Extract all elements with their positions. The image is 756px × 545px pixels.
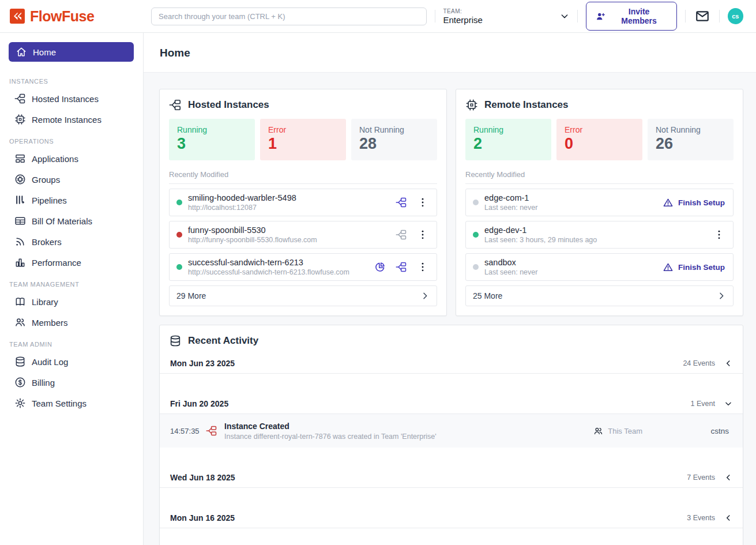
remote-instance-row[interactable]: edge-com-1 Last seen: never Finish Setup bbox=[465, 189, 734, 216]
activity-group: Wed Jun 18 2025 7 Events bbox=[160, 467, 743, 488]
user-plus-icon bbox=[595, 11, 606, 22]
stat-value: 3 bbox=[177, 135, 247, 153]
sidebar-item-team-settings[interactable]: Team Settings bbox=[0, 393, 143, 414]
sidebar-item-applications[interactable]: Applications bbox=[0, 148, 143, 169]
activity-event-row[interactable]: 14:57:35 Instance Created Instance diffe… bbox=[160, 414, 743, 448]
activity-group-header[interactable]: Wed Jun 18 2025 7 Events bbox=[160, 467, 743, 488]
sidebar-item-label: Brokers bbox=[32, 237, 62, 247]
kebab-menu-icon[interactable] bbox=[417, 197, 428, 208]
kebab-menu-icon[interactable] bbox=[713, 229, 725, 240]
avatar[interactable]: cs bbox=[728, 8, 743, 24]
finish-setup-button[interactable]: Finish Setup bbox=[663, 197, 725, 208]
stat-label: Running bbox=[473, 125, 543, 134]
search-input[interactable] bbox=[151, 7, 427, 25]
pipelines-icon bbox=[14, 194, 26, 206]
remote-instance-row[interactable]: sandbox Last seen: never Finish Setup bbox=[465, 253, 734, 281]
sidebar-section-team-management: TEAM MANAGEMENT bbox=[0, 273, 143, 291]
users-icon bbox=[14, 317, 26, 328]
gear-icon bbox=[14, 397, 26, 409]
instance-name: successful-sandwich-tern-6213 bbox=[188, 258, 374, 267]
sidebar-item-label: Hosted Instances bbox=[32, 94, 99, 104]
status-dot-stopped bbox=[473, 200, 479, 205]
finish-setup-button[interactable]: Finish Setup bbox=[663, 262, 725, 273]
brand-name: FlowFuse bbox=[30, 8, 94, 25]
stat-label: Error bbox=[268, 125, 338, 134]
group-event-count: 7 Events bbox=[687, 473, 715, 482]
kebab-menu-icon[interactable] bbox=[417, 229, 428, 240]
activity-group-header[interactable]: Fri Jun 20 2025 1 Event bbox=[160, 393, 743, 414]
team-selector[interactable]: TEAM: Enterprise bbox=[443, 8, 569, 25]
sidebar-item-hosted-instances[interactable]: Hosted Instances bbox=[0, 88, 143, 109]
event-description: Instance different-royal-tern-7876 was c… bbox=[224, 433, 437, 441]
stat-value: 0 bbox=[565, 135, 634, 153]
activity-group-header[interactable]: Mon Jun 16 2025 3 Events bbox=[160, 508, 743, 528]
dashboard-pie-icon[interactable] bbox=[374, 261, 386, 273]
stat-not-running: Not Running 26 bbox=[648, 119, 734, 160]
finish-setup-label: Finish Setup bbox=[678, 263, 725, 272]
instance-name: smiling-hooded-warbler-5498 bbox=[188, 193, 396, 202]
stat-label: Not Running bbox=[656, 125, 725, 134]
stat-running: Running 3 bbox=[169, 119, 255, 160]
sidebar-item-billing[interactable]: Billing bbox=[0, 372, 143, 393]
mail-icon bbox=[695, 9, 710, 24]
sidebar-item-groups[interactable]: Groups bbox=[0, 169, 143, 190]
groups-icon bbox=[14, 174, 26, 185]
broadcast-icon bbox=[14, 236, 26, 247]
node-icon bbox=[169, 99, 182, 111]
sidebar: Home INSTANCES Hosted Instances Remote I… bbox=[0, 33, 144, 545]
notifications-button[interactable] bbox=[694, 7, 711, 25]
hosted-more-row[interactable]: 29 More bbox=[169, 285, 437, 306]
sidebar-item-label: Performance bbox=[32, 258, 81, 268]
page-header: Home bbox=[144, 33, 756, 73]
instance-name: edge-com-1 bbox=[484, 193, 663, 202]
dollar-icon bbox=[14, 377, 26, 388]
instance-row[interactable]: smiling-hooded-warbler-5498 http://local… bbox=[169, 189, 437, 216]
hosted-instances-card: Hosted Instances Running 3 Error 1 Not R… bbox=[159, 89, 447, 316]
activity-group-header[interactable]: Mon Jun 23 2025 24 Events bbox=[160, 353, 743, 374]
stat-label: Error bbox=[565, 125, 634, 134]
open-editor-icon[interactable] bbox=[396, 197, 407, 208]
sidebar-item-label: Applications bbox=[32, 154, 78, 164]
group-date: Mon Jun 16 2025 bbox=[170, 513, 687, 523]
divider bbox=[577, 10, 578, 22]
card-title: Hosted Instances bbox=[188, 99, 269, 111]
invite-members-button[interactable]: Invite Members bbox=[586, 2, 677, 31]
remote-more-row[interactable]: 25 More bbox=[465, 285, 734, 306]
table-icon bbox=[14, 215, 26, 227]
brand[interactable]: FlowFuse bbox=[0, 8, 144, 25]
open-editor-icon[interactable] bbox=[396, 261, 407, 273]
kebab-menu-icon[interactable] bbox=[417, 261, 428, 273]
users-icon bbox=[593, 426, 603, 436]
database-icon bbox=[169, 334, 182, 347]
instance-last-seen: Last seen: never bbox=[484, 268, 663, 276]
chevron-left-icon bbox=[724, 514, 732, 522]
instance-row[interactable]: successful-sandwich-tern-6213 http://suc… bbox=[169, 253, 437, 281]
sidebar-item-pipelines[interactable]: Pipelines bbox=[0, 190, 143, 211]
instance-last-seen: Last seen: never bbox=[484, 204, 663, 212]
sidebar-item-members[interactable]: Members bbox=[0, 312, 143, 333]
warning-triangle-icon bbox=[663, 197, 674, 208]
sidebar-item-library[interactable]: Library bbox=[0, 291, 143, 312]
event-time: 14:57:35 bbox=[170, 427, 206, 435]
sidebar-item-home[interactable]: Home bbox=[9, 42, 134, 62]
instance-url: http://successful-sandwich-tern-6213.flo… bbox=[188, 268, 374, 276]
sidebar-item-brokers[interactable]: Brokers bbox=[0, 231, 143, 252]
sidebar-item-bill-of-materials[interactable]: Bill Of Materials bbox=[0, 211, 143, 231]
sidebar-item-label: Home bbox=[33, 47, 56, 57]
warning-triangle-icon bbox=[663, 262, 674, 273]
team-name: Enterprise bbox=[443, 15, 483, 25]
remote-instance-row[interactable]: edge-dev-1 Last seen: 3 hours, 29 minute… bbox=[465, 221, 734, 249]
chevron-right-icon bbox=[717, 291, 726, 300]
page-title: Home bbox=[160, 47, 740, 59]
sidebar-item-audit-log[interactable]: Audit Log bbox=[0, 351, 143, 372]
instance-url: http://funny-spoonbill-5530.flowfuse.com bbox=[188, 236, 396, 244]
sidebar-item-performance[interactable]: Performance bbox=[0, 252, 143, 273]
top-bar: FlowFuse TEAM: Enterprise Invite Members… bbox=[0, 0, 756, 33]
stat-value: 1 bbox=[268, 135, 338, 153]
stat-label: Not Running bbox=[359, 125, 429, 134]
sidebar-item-remote-instances[interactable]: Remote Instances bbox=[0, 109, 143, 130]
invite-members-label: Invite Members bbox=[610, 7, 667, 25]
instance-row[interactable]: funny-spoonbill-5530 http://funny-spoonb… bbox=[169, 221, 437, 249]
bar-chart-icon bbox=[14, 257, 26, 268]
event-title: Instance Created bbox=[224, 422, 437, 431]
